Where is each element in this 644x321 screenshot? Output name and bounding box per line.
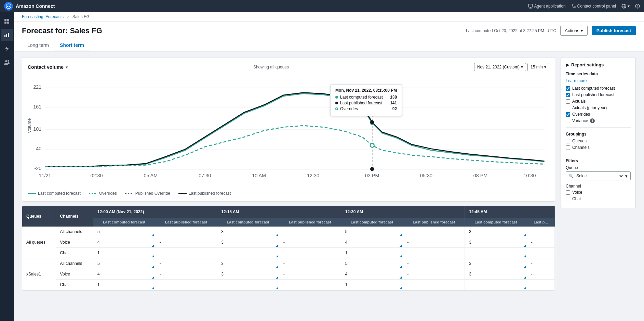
learn-more-link[interactable]: Learn more bbox=[566, 78, 631, 83]
chart-title-chevron[interactable]: ▾ bbox=[66, 65, 68, 70]
sub-col-lp2: Last published forecast bbox=[279, 218, 341, 227]
actions-button[interactable]: Actions ▾ bbox=[560, 26, 588, 36]
app-name: Amazon Connect bbox=[16, 3, 55, 9]
breadcrumb-current: Sales FG bbox=[72, 14, 90, 19]
checkbox-last-computed-input[interactable] bbox=[566, 86, 570, 91]
cell-data[interactable]: 3 bbox=[465, 237, 527, 248]
svg-rect-14 bbox=[6, 34, 7, 37]
cell-data: - bbox=[527, 258, 554, 269]
cell-data[interactable]: 4 bbox=[93, 237, 155, 248]
cell-data[interactable]: 3 bbox=[465, 269, 527, 280]
publish-forecast-button[interactable]: Publish forecast bbox=[592, 26, 636, 35]
checkbox-variance: Variance i bbox=[566, 118, 631, 123]
report-settings-title[interactable]: ▶ Report settings bbox=[566, 62, 631, 67]
cell-data[interactable]: 1 bbox=[93, 280, 155, 290]
divider-2 bbox=[566, 154, 631, 154]
agent-application-link[interactable]: Agent application bbox=[528, 4, 566, 9]
cell-data[interactable]: 3 bbox=[217, 227, 279, 237]
svg-text:11/21: 11/21 bbox=[39, 173, 51, 178]
col-1200: 12:00 AM (Nov 21, 2022) bbox=[93, 206, 217, 218]
date-range-select[interactable]: Nov 21, 2022 (Custom) ▾ bbox=[474, 63, 526, 71]
queue-filter-input[interactable]: 🔍 Select ▾ bbox=[566, 171, 631, 180]
monitor-icon bbox=[528, 4, 533, 9]
table-row: Voice 4 - 3 - 4 - 3 - bbox=[22, 237, 555, 248]
cell-data[interactable]: 4 bbox=[341, 269, 403, 280]
actions-chevron-icon: ▾ bbox=[581, 28, 583, 33]
table-row: Chat 1 - - - 1 - - - bbox=[22, 280, 555, 290]
cell-data[interactable]: - bbox=[217, 248, 279, 258]
cell-data: - bbox=[279, 269, 341, 280]
table-header-row: Queues Channels 12:00 AM (Nov 21, 2022) … bbox=[22, 206, 555, 218]
nav-right: Agent application Contact control panel … bbox=[528, 4, 640, 9]
sidebar-item-home[interactable] bbox=[1, 15, 13, 27]
cell-data[interactable]: - bbox=[465, 248, 527, 258]
globe-button[interactable]: ▾ bbox=[621, 4, 630, 9]
page-title: Forecast for: Sales FG bbox=[22, 26, 102, 35]
checkbox-last-published: Last published forecast bbox=[566, 92, 631, 97]
header-actions: Last computed Oct 20, 2022 at 3:27:25 PM… bbox=[466, 26, 636, 36]
cell-data[interactable]: 5 bbox=[93, 258, 155, 269]
checkbox-actuals: Actuals bbox=[566, 99, 631, 104]
cell-data[interactable]: 4 bbox=[93, 269, 155, 280]
time-series-title: Time series data bbox=[566, 72, 631, 76]
svg-text:Volume: Volume bbox=[28, 118, 32, 133]
report-settings-arrow: ▶ bbox=[566, 62, 569, 67]
cell-data[interactable]: 3 bbox=[217, 269, 279, 280]
cell-channel-allch: All channels bbox=[56, 227, 93, 237]
cell-data[interactable]: 5 bbox=[341, 258, 403, 269]
cell-data[interactable]: 5 bbox=[93, 227, 155, 237]
tab-short-term[interactable]: Short term bbox=[54, 40, 90, 51]
table-row: Voice 4 - 3 - 4 - 3 - bbox=[22, 269, 555, 280]
globe-icon bbox=[621, 4, 626, 9]
sidebar-item-lightning[interactable] bbox=[1, 42, 13, 55]
cell-data[interactable]: 1 bbox=[341, 248, 403, 258]
checkbox-actuals-prior-input[interactable] bbox=[566, 106, 570, 110]
cell-data: - bbox=[155, 248, 217, 258]
cell-channel-chat: Chat bbox=[56, 248, 93, 258]
table-subheader-row: Last computed forecast Last published fo… bbox=[22, 218, 555, 227]
interval-select[interactable]: 15 min ▾ bbox=[527, 63, 549, 71]
checkbox-channels-input[interactable] bbox=[566, 145, 570, 150]
checkbox-actuals-input[interactable] bbox=[566, 99, 570, 104]
sidebar-item-users[interactable] bbox=[1, 56, 13, 68]
checkbox-queues-input[interactable] bbox=[566, 139, 570, 143]
queue-select[interactable]: Select bbox=[575, 173, 624, 179]
legend-line-published bbox=[178, 193, 187, 194]
cell-data[interactable]: 3 bbox=[465, 258, 527, 269]
svg-text:05 AM: 05 AM bbox=[144, 173, 158, 178]
table-card: Queues Channels 12:00 AM (Nov 21, 2022) … bbox=[22, 206, 555, 291]
cell-data: - bbox=[155, 258, 217, 269]
checkbox-variance-input[interactable] bbox=[566, 119, 570, 123]
phone-icon bbox=[571, 4, 576, 9]
help-button[interactable]: ? bbox=[635, 4, 640, 9]
cell-data: - bbox=[527, 280, 554, 290]
svg-text:08 PM: 08 PM bbox=[473, 173, 488, 178]
cell-channel-voice: Voice bbox=[56, 237, 93, 248]
col-channels: Channels bbox=[56, 206, 93, 227]
cell-data[interactable]: 5 bbox=[341, 227, 403, 237]
cell-data[interactable]: - bbox=[217, 280, 279, 290]
cell-data[interactable]: 4 bbox=[341, 237, 403, 248]
cell-data: - bbox=[403, 237, 465, 248]
checkbox-filter-chat-input[interactable] bbox=[566, 197, 570, 201]
checkbox-last-published-input[interactable] bbox=[566, 93, 570, 97]
cell-data[interactable]: 1 bbox=[93, 248, 155, 258]
cell-data[interactable]: 3 bbox=[217, 237, 279, 248]
checkbox-filter-voice-input[interactable] bbox=[566, 190, 570, 195]
cell-data: - bbox=[527, 269, 554, 280]
contact-control-panel-link[interactable]: Contact control panel bbox=[571, 4, 616, 9]
sidebar-item-charts[interactable] bbox=[1, 29, 13, 41]
cell-data[interactable]: 1 bbox=[341, 280, 403, 290]
svg-rect-10 bbox=[7, 19, 9, 21]
svg-marker-16 bbox=[5, 46, 9, 51]
breadcrumb-forecasting[interactable]: Forecasting: Forecasts bbox=[22, 14, 64, 19]
legend-line-computed bbox=[28, 193, 36, 194]
legend-line-pub-override bbox=[125, 193, 133, 194]
cell-data[interactable]: 3 bbox=[465, 227, 527, 237]
legend-computed: Last computed forecast bbox=[28, 191, 81, 196]
cell-data[interactable]: 3 bbox=[217, 258, 279, 269]
checkbox-overrides-input[interactable] bbox=[566, 112, 570, 117]
variance-info-icon[interactable]: i bbox=[590, 118, 595, 123]
tab-long-term[interactable]: Long term bbox=[22, 40, 54, 51]
cell-data[interactable]: - bbox=[465, 280, 527, 290]
